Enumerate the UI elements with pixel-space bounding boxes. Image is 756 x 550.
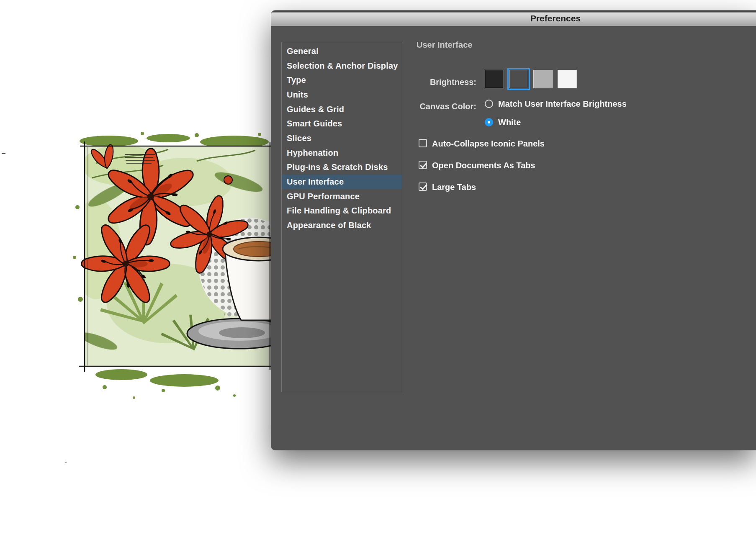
radio-match-ui-brightness[interactable] (485, 100, 493, 108)
dialog-content: General Selection & Anchor Display Type … (271, 26, 756, 450)
sidebar-item-selection-anchor-display[interactable]: Selection & Anchor Display (282, 59, 402, 73)
brightness-swatch-white[interactable] (558, 70, 577, 88)
dialog-titlebar[interactable]: Preferences (271, 10, 756, 26)
sidebar-item-file-handling-clipboard[interactable]: File Handling & Clipboard (282, 204, 402, 218)
sidebar-item-slices[interactable]: Slices (282, 131, 402, 146)
stray-mark (65, 462, 67, 463)
checkbox-auto-collapse-iconic-panels[interactable] (419, 139, 427, 147)
panel-heading: User Interface (417, 40, 472, 50)
dialog-title: Preferences (530, 10, 581, 26)
radio-white-label[interactable]: White (498, 118, 521, 127)
brightness-label: Brightness: (372, 77, 476, 87)
sidebar-item-units[interactable]: Units (282, 87, 402, 102)
artwork-illustration (59, 123, 293, 408)
canvas-color-label: Canvas Color: (372, 102, 476, 111)
radio-white[interactable] (485, 118, 493, 126)
sidebar-item-plugins-scratch-disks[interactable]: Plug-ins & Scratch Disks (282, 160, 402, 175)
brightness-swatch-dark[interactable] (485, 70, 504, 88)
sidebar-item-user-interface[interactable]: User Interface (282, 175, 402, 189)
checkbox-open-documents-as-tabs-label[interactable]: Open Documents As Tabs (432, 161, 535, 170)
brightness-swatch-light-gray[interactable] (533, 70, 553, 88)
preferences-category-list: General Selection & Anchor Display Type … (281, 42, 402, 392)
sidebar-item-gpu-performance[interactable]: GPU Performance (282, 189, 402, 204)
radio-match-ui-brightness-label[interactable]: Match User Interface Brightness (498, 99, 627, 108)
sidebar-item-smart-guides[interactable]: Smart Guides (282, 116, 402, 131)
brightness-swatch-medium-dark[interactable] (509, 70, 528, 88)
stray-mark (2, 153, 5, 154)
sidebar-item-hyphenation[interactable]: Hyphenation (282, 146, 402, 160)
brightness-swatch-group (485, 70, 577, 88)
sidebar-item-general[interactable]: General (282, 44, 402, 59)
sidebar-item-appearance-of-black[interactable]: Appearance of Black (282, 218, 402, 233)
checkbox-open-documents-as-tabs[interactable] (419, 161, 427, 169)
checkbox-auto-collapse-iconic-panels-label[interactable]: Auto-Collapse Iconic Panels (432, 139, 545, 148)
checkbox-large-tabs[interactable] (419, 182, 427, 191)
checkbox-large-tabs-label[interactable]: Large Tabs (432, 182, 476, 192)
preferences-dialog: Preferences General Selection & Anchor D… (271, 10, 756, 450)
